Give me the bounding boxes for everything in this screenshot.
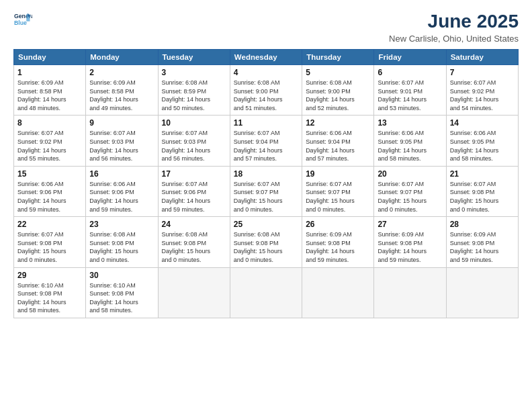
weekday-header-monday: Monday bbox=[86, 50, 158, 65]
day-info: Sunrise: 6:07 AM Sunset: 9:08 PM Dayligh… bbox=[17, 230, 82, 264]
calendar-cell: 16Sunrise: 6:06 AM Sunset: 9:06 PM Dayli… bbox=[86, 166, 158, 216]
day-number: 20 bbox=[378, 169, 442, 179]
day-info: Sunrise: 6:08 AM Sunset: 9:08 PM Dayligh… bbox=[89, 230, 154, 264]
calendar-cell bbox=[374, 267, 446, 318]
day-number: 30 bbox=[89, 271, 154, 280]
day-info: Sunrise: 6:06 AM Sunset: 9:05 PM Dayligh… bbox=[450, 129, 515, 163]
day-number: 25 bbox=[234, 220, 298, 229]
logo: General Blue bbox=[13, 11, 32, 30]
calendar-cell: 11Sunrise: 6:07 AM Sunset: 9:04 PM Dayli… bbox=[230, 116, 302, 166]
day-info: Sunrise: 6:09 AM Sunset: 8:58 PM Dayligh… bbox=[89, 79, 154, 112]
week-row-2: 8Sunrise: 6:07 AM Sunset: 9:02 PM Daylig… bbox=[14, 116, 519, 166]
day-number: 1 bbox=[17, 68, 82, 77]
calendar-cell bbox=[230, 267, 302, 318]
day-number: 23 bbox=[89, 220, 154, 229]
day-info: Sunrise: 6:10 AM Sunset: 9:08 PM Dayligh… bbox=[89, 281, 154, 315]
calendar-cell bbox=[446, 267, 518, 318]
calendar-cell: 17Sunrise: 6:07 AM Sunset: 9:06 PM Dayli… bbox=[158, 166, 230, 216]
calendar-cell: 13Sunrise: 6:06 AM Sunset: 9:05 PM Dayli… bbox=[374, 116, 446, 166]
calendar-cell: 28Sunrise: 6:09 AM Sunset: 9:08 PM Dayli… bbox=[446, 217, 518, 267]
day-number: 26 bbox=[306, 220, 370, 229]
day-number: 8 bbox=[17, 118, 82, 128]
calendar-cell: 8Sunrise: 6:07 AM Sunset: 9:02 PM Daylig… bbox=[14, 116, 86, 166]
day-number: 12 bbox=[306, 118, 370, 128]
day-number: 22 bbox=[17, 220, 82, 229]
day-number: 16 bbox=[89, 169, 154, 179]
calendar-cell: 6Sunrise: 6:07 AM Sunset: 9:01 PM Daylig… bbox=[374, 65, 446, 116]
day-number: 29 bbox=[17, 271, 82, 280]
weekday-header-saturday: Saturday bbox=[446, 50, 518, 65]
day-info: Sunrise: 6:09 AM Sunset: 8:58 PM Dayligh… bbox=[17, 79, 82, 112]
calendar-cell: 9Sunrise: 6:07 AM Sunset: 9:03 PM Daylig… bbox=[86, 116, 158, 166]
day-info: Sunrise: 6:07 AM Sunset: 9:03 PM Dayligh… bbox=[162, 129, 226, 163]
weekday-header-row: SundayMondayTuesdayWednesdayThursdayFrid… bbox=[14, 50, 519, 65]
calendar-cell: 20Sunrise: 6:07 AM Sunset: 9:07 PM Dayli… bbox=[374, 166, 446, 216]
day-info: Sunrise: 6:07 AM Sunset: 9:07 PM Dayligh… bbox=[306, 180, 370, 214]
calendar-cell: 14Sunrise: 6:06 AM Sunset: 9:05 PM Dayli… bbox=[446, 116, 518, 166]
page: General Blue June 2025 New Carlisle, Ohi… bbox=[0, 0, 532, 411]
day-info: Sunrise: 6:07 AM Sunset: 9:07 PM Dayligh… bbox=[234, 180, 298, 214]
day-info: Sunrise: 6:10 AM Sunset: 9:08 PM Dayligh… bbox=[17, 281, 82, 315]
day-number: 17 bbox=[162, 169, 226, 179]
day-info: Sunrise: 6:07 AM Sunset: 9:01 PM Dayligh… bbox=[378, 79, 442, 112]
day-info: Sunrise: 6:08 AM Sunset: 8:59 PM Dayligh… bbox=[162, 79, 226, 112]
calendar-cell: 30Sunrise: 6:10 AM Sunset: 9:08 PM Dayli… bbox=[86, 267, 158, 318]
day-number: 19 bbox=[306, 169, 370, 179]
day-number: 5 bbox=[306, 68, 370, 77]
calendar-cell: 19Sunrise: 6:07 AM Sunset: 9:07 PM Dayli… bbox=[302, 166, 374, 216]
calendar-cell bbox=[158, 267, 230, 318]
day-info: Sunrise: 6:07 AM Sunset: 9:02 PM Dayligh… bbox=[450, 79, 515, 112]
day-info: Sunrise: 6:07 AM Sunset: 9:08 PM Dayligh… bbox=[450, 180, 515, 214]
calendar-cell: 1Sunrise: 6:09 AM Sunset: 8:58 PM Daylig… bbox=[14, 65, 86, 116]
weekday-header-tuesday: Tuesday bbox=[158, 50, 230, 65]
calendar-cell: 24Sunrise: 6:08 AM Sunset: 9:08 PM Dayli… bbox=[158, 217, 230, 267]
calendar-cell: 29Sunrise: 6:10 AM Sunset: 9:08 PM Dayli… bbox=[14, 267, 86, 318]
calendar-cell: 7Sunrise: 6:07 AM Sunset: 9:02 PM Daylig… bbox=[446, 65, 518, 116]
calendar-cell: 2Sunrise: 6:09 AM Sunset: 8:58 PM Daylig… bbox=[86, 65, 158, 116]
day-info: Sunrise: 6:08 AM Sunset: 9:00 PM Dayligh… bbox=[306, 79, 370, 112]
calendar-cell bbox=[302, 267, 374, 318]
calendar-cell: 25Sunrise: 6:08 AM Sunset: 9:08 PM Dayli… bbox=[230, 217, 302, 267]
calendar-cell: 10Sunrise: 6:07 AM Sunset: 9:03 PM Dayli… bbox=[158, 116, 230, 166]
day-number: 21 bbox=[450, 169, 515, 179]
day-number: 11 bbox=[234, 118, 298, 128]
calendar-cell: 4Sunrise: 6:08 AM Sunset: 9:00 PM Daylig… bbox=[230, 65, 302, 116]
calendar-cell: 22Sunrise: 6:07 AM Sunset: 9:08 PM Dayli… bbox=[14, 217, 86, 267]
svg-text:Blue: Blue bbox=[14, 19, 27, 26]
calendar-cell: 5Sunrise: 6:08 AM Sunset: 9:00 PM Daylig… bbox=[302, 65, 374, 116]
day-number: 6 bbox=[378, 68, 442, 77]
main-title: June 2025 bbox=[389, 11, 519, 32]
day-info: Sunrise: 6:09 AM Sunset: 9:08 PM Dayligh… bbox=[450, 230, 515, 264]
day-info: Sunrise: 6:07 AM Sunset: 9:07 PM Dayligh… bbox=[378, 180, 442, 214]
day-number: 9 bbox=[89, 118, 154, 128]
day-info: Sunrise: 6:06 AM Sunset: 9:04 PM Dayligh… bbox=[306, 129, 370, 163]
header: General Blue June 2025 New Carlisle, Ohi… bbox=[13, 11, 519, 44]
day-number: 3 bbox=[162, 68, 226, 77]
day-number: 15 bbox=[17, 169, 82, 179]
day-info: Sunrise: 6:09 AM Sunset: 9:08 PM Dayligh… bbox=[378, 230, 442, 264]
day-number: 18 bbox=[234, 169, 298, 179]
day-info: Sunrise: 6:07 AM Sunset: 9:03 PM Dayligh… bbox=[89, 129, 154, 163]
calendar-cell: 18Sunrise: 6:07 AM Sunset: 9:07 PM Dayli… bbox=[230, 166, 302, 216]
day-info: Sunrise: 6:07 AM Sunset: 9:04 PM Dayligh… bbox=[234, 129, 298, 163]
logo-icon: General Blue bbox=[13, 11, 32, 30]
day-number: 27 bbox=[378, 220, 442, 229]
calendar-cell: 15Sunrise: 6:06 AM Sunset: 9:06 PM Dayli… bbox=[14, 166, 86, 216]
weekday-header-sunday: Sunday bbox=[14, 50, 86, 65]
week-row-4: 22Sunrise: 6:07 AM Sunset: 9:08 PM Dayli… bbox=[14, 217, 519, 267]
day-info: Sunrise: 6:06 AM Sunset: 9:05 PM Dayligh… bbox=[378, 129, 442, 163]
day-number: 2 bbox=[89, 68, 154, 77]
day-number: 28 bbox=[450, 220, 515, 229]
calendar-cell: 27Sunrise: 6:09 AM Sunset: 9:08 PM Dayli… bbox=[374, 217, 446, 267]
day-info: Sunrise: 6:07 AM Sunset: 9:06 PM Dayligh… bbox=[162, 180, 226, 214]
week-row-1: 1Sunrise: 6:09 AM Sunset: 8:58 PM Daylig… bbox=[14, 65, 519, 116]
day-info: Sunrise: 6:07 AM Sunset: 9:02 PM Dayligh… bbox=[17, 129, 82, 163]
week-row-3: 15Sunrise: 6:06 AM Sunset: 9:06 PM Dayli… bbox=[14, 166, 519, 216]
weekday-header-friday: Friday bbox=[374, 50, 446, 65]
calendar-cell: 12Sunrise: 6:06 AM Sunset: 9:04 PM Dayli… bbox=[302, 116, 374, 166]
day-info: Sunrise: 6:06 AM Sunset: 9:06 PM Dayligh… bbox=[17, 180, 82, 214]
subtitle: New Carlisle, Ohio, United States bbox=[389, 34, 519, 44]
calendar-cell: 26Sunrise: 6:09 AM Sunset: 9:08 PM Dayli… bbox=[302, 217, 374, 267]
calendar-cell: 3Sunrise: 6:08 AM Sunset: 8:59 PM Daylig… bbox=[158, 65, 230, 116]
day-number: 24 bbox=[162, 220, 226, 229]
